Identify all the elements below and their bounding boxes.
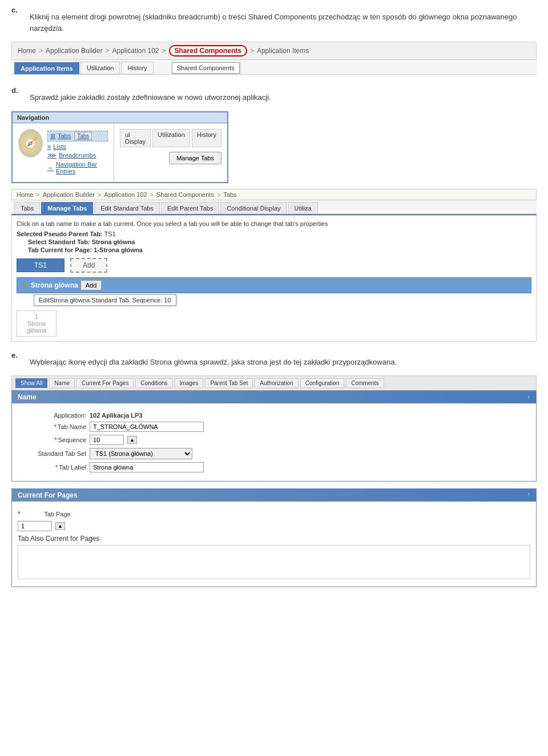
section-d-text: Sprawdź jakie zakładki zostały zdefiniow… <box>30 92 271 103</box>
name-section-arrow[interactable]: ↑ <box>527 394 530 401</box>
standard-tab-set-row: Standard Tab Set TS1 (Strona główna) <box>18 448 530 459</box>
breadcrumb-bar-c: Home > Application Builder > Application… <box>11 42 537 60</box>
tab-card-label: Strona główna <box>22 320 51 334</box>
manage-tabs-button[interactable]: Manage Tabs <box>169 152 221 164</box>
show-name-btn[interactable]: Name <box>49 378 75 388</box>
cfp-body: * Tab Page ▲ Tab Also Current for Pages <box>12 502 536 587</box>
application-label: Application: <box>18 412 86 419</box>
tabs-sub-ul-display[interactable]: ul Display <box>120 129 151 147</box>
strona-add-button[interactable]: Add <box>80 280 102 290</box>
bc2-tabs[interactable]: Tabs <box>223 191 236 198</box>
tab-page-label: Tab Page <box>25 511 71 518</box>
tab-also-label-wrap: Tab Also Current for Pages <box>18 535 530 543</box>
tab-card-number: 1 <box>22 313 51 320</box>
tab-also-label: Tab Also Current for Pages <box>18 535 99 543</box>
strona-tooltip: EditStrona główna Standard Tab. Sequence… <box>34 294 176 306</box>
bc2-home[interactable]: Home <box>17 191 33 198</box>
tab-page-input[interactable] <box>18 521 52 531</box>
select-standard-row: Select Standard Tab: Strona główna <box>28 238 531 245</box>
sequence-row: *Sequence ▲ <box>18 435 530 445</box>
tabs-tooltip-popup: Tabs <box>74 132 92 140</box>
manage-tabs-bar: Tabs Manage Tabs Edit Standard Tabs Edit… <box>11 200 537 215</box>
nav-link-tabs[interactable]: ⊞ Tabs Tabs <box>47 131 108 142</box>
standard-tab-set-select[interactable]: TS1 (Strona główna) <box>90 448 192 459</box>
breadcrumb-app-builder[interactable]: Application Builder <box>46 47 102 55</box>
breadcrumbs-icon: ⋙ <box>47 152 57 159</box>
nav-compass-icon: 🧭 <box>18 129 43 157</box>
name-section-body: Application: 102 Aplikacja LP3 *Tab Name… <box>12 403 536 481</box>
nav-link-nav-bar[interactable]: ↔ Navigation Bar Entries <box>47 161 108 175</box>
add-button-dashed[interactable]: Add <box>70 258 107 273</box>
cfp-arrow[interactable]: ↑ <box>527 491 530 499</box>
tab-utilization[interactable]: Utilization <box>80 62 120 74</box>
tab-name-row: *Tab Name <box>18 422 530 432</box>
tab-page-input-row: ▲ <box>18 521 530 531</box>
tab-also-textarea-wrap <box>18 545 530 581</box>
breadcrumb-strip-d: Home > Application Builder > Application… <box>11 189 537 200</box>
nav-bar-icon: ↔ <box>47 164 54 171</box>
breadcrumb-application-items[interactable]: Application Items <box>257 47 309 55</box>
section-c-text: Kliknij na element drogi powrotnej (skła… <box>30 11 537 34</box>
application-value: 102 Aplikacja LP3 <box>90 412 143 419</box>
sequence-spinner[interactable]: ▲ <box>127 436 137 444</box>
strona-label[interactable]: Strona główna <box>31 281 78 289</box>
selected-pseudo-row: Selected Pseudo Parent Tab: TS1 <box>17 231 531 237</box>
section-d-letter: d. <box>11 86 23 95</box>
section-c-letter: c. <box>11 6 23 14</box>
mtab-conditional-display[interactable]: Conditional Display <box>220 202 287 214</box>
breadcrumb-home[interactable]: Home <box>18 47 36 55</box>
tab-name-input[interactable] <box>90 422 204 432</box>
lists-icon: ≡ <box>47 143 51 150</box>
show-configuration-btn[interactable]: Configuration <box>300 378 344 388</box>
strona-edit-icon[interactable]: ✎ <box>22 281 29 290</box>
strona-row: ✎ Strona główna Add <box>17 277 531 293</box>
mtab-tabs[interactable]: Tabs <box>14 202 40 214</box>
tab-card-area: 1 Strona główna <box>17 310 531 337</box>
name-section-header: Name ↑ <box>12 391 536 403</box>
bc2-app102[interactable]: Application 102 <box>104 191 147 198</box>
show-conditions-btn[interactable]: Conditions <box>135 378 172 388</box>
tab-current-row: Tab Current for Page: 1-Strona główna <box>28 246 531 253</box>
tab-application-items[interactable]: Application Items <box>14 62 79 74</box>
mtab-edit-parent-tabs[interactable]: Edit Parent Tabs <box>161 202 220 214</box>
tab-label-input[interactable] <box>90 462 204 472</box>
tabs-sub-history[interactable]: History <box>192 129 221 147</box>
tabs-sub-bar: ul Display Utilization History <box>120 129 221 147</box>
show-all-btn[interactable]: Show All <box>15 378 47 388</box>
sequence-input[interactable] <box>90 435 124 445</box>
name-section-title: Name <box>18 393 37 401</box>
nav-left-panel: 🧭 ⊞ Tabs Tabs ≡ Lists ⋙ Breadcrumbs ↔ Na… <box>13 123 114 182</box>
breadcrumb-shared-components[interactable]: Shared Components <box>169 45 247 56</box>
tabs-sub-utilization[interactable]: Utilization <box>152 129 190 147</box>
nav-link-breadcrumbs[interactable]: ⋙ Breadcrumbs <box>47 152 108 159</box>
current-for-pages-section: Current For Pages ↑ * Tab Page ▲ Tab Als… <box>11 488 537 587</box>
tab-history[interactable]: History <box>121 62 153 74</box>
nav-link-lists[interactable]: ≡ Lists <box>47 143 108 150</box>
tab-card[interactable]: 1 Strona główna <box>17 310 57 337</box>
bc2-app-builder[interactable]: Application Builder <box>43 191 95 198</box>
breadcrumb-app102[interactable]: Application 102 <box>112 47 159 55</box>
tab-label-label: *Tab Label <box>18 464 86 471</box>
tabs-icon: ⊞ <box>50 132 55 140</box>
name-section: Name ↑ Application: 102 Aplikacja LP3 *T… <box>11 390 537 482</box>
manage-tabs-content: Click on a tab name to make a tab curren… <box>11 215 537 342</box>
show-parent-tab-set-btn[interactable]: Parent Tab Set <box>205 378 253 388</box>
tab-page-row: * Tab Page <box>18 510 530 518</box>
show-current-for-pages-btn[interactable]: Current For Pages <box>76 378 134 388</box>
show-authorization-btn[interactable]: Authorization <box>255 378 298 388</box>
tab-also-textarea[interactable] <box>18 545 530 579</box>
ts1-area: TS1 Add <box>17 258 531 273</box>
tab-page-spinner[interactable]: ▲ <box>55 522 65 530</box>
navigation-title: Navigation <box>13 112 227 123</box>
show-images-btn[interactable]: Images <box>175 378 204 388</box>
mtab-edit-standard-tabs[interactable]: Edit Standard Tabs <box>94 202 160 214</box>
tab-bar-c: Application Items Utilization History Sh… <box>11 60 537 75</box>
mtab-utiliza[interactable]: Utiliza <box>288 202 318 214</box>
tab-label-row: *Tab Label <box>18 462 530 472</box>
ts1-button[interactable]: TS1 <box>17 258 65 272</box>
show-comments-btn[interactable]: Comments <box>346 378 384 388</box>
mtab-manage-tabs[interactable]: Manage Tabs <box>41 202 93 214</box>
info-text: Click on a tab name to make a tab curren… <box>17 220 531 227</box>
section-e-letter: e. <box>11 351 23 359</box>
bc2-shared-components[interactable]: Shared Components <box>156 191 214 198</box>
